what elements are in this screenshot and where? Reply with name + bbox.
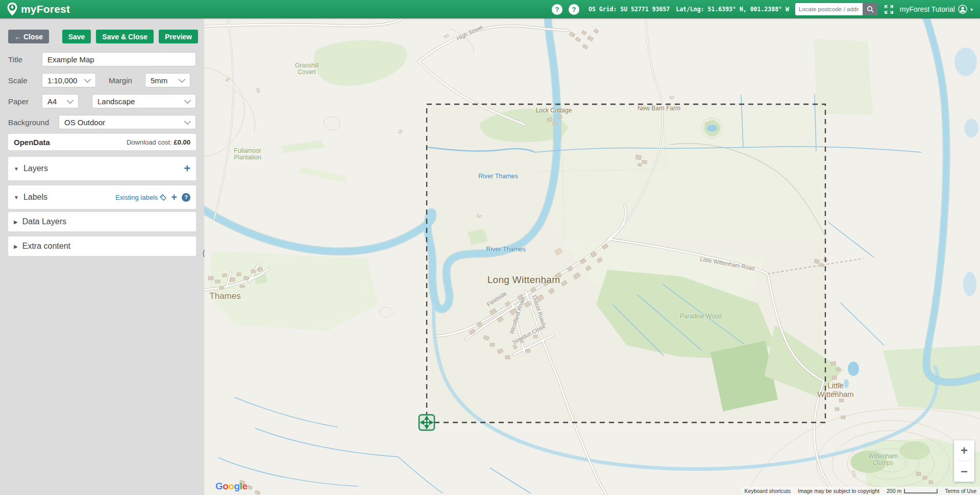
background-label: Background — [8, 118, 51, 127]
chevron-down-icon — [84, 76, 91, 83]
user-menu-label: myForest Tutorial — [900, 5, 955, 13]
extra-content-section-header[interactable]: ▶ Extra content — [8, 237, 196, 256]
add-layer-button[interactable]: + — [184, 163, 190, 174]
scale-label: Scale — [8, 76, 42, 85]
map-editor-sidebar: ← Close Save Save & Close Preview Title … — [0, 18, 204, 495]
save-button[interactable]: Save — [62, 30, 91, 43]
opendata-label: OpenData — [14, 138, 50, 147]
sidebar-collapse-button[interactable]: ⟨ — [202, 248, 205, 258]
opendata-cost-row: OpenData Download cost: £0.00 — [8, 134, 196, 150]
help-icon[interactable]: ? — [552, 4, 562, 15]
map-pin-tree-icon — [7, 3, 17, 16]
search-button[interactable] — [863, 3, 878, 15]
layers-section-header[interactable]: ▼ Layers + — [8, 157, 196, 180]
save-and-close-button[interactable]: Save & Close — [96, 30, 154, 43]
download-cost: Download cost: £0.00 — [127, 138, 190, 146]
search-icon — [867, 6, 874, 13]
margin-select[interactable]: 5mm — [145, 73, 190, 87]
paper-label: Paper — [8, 97, 42, 106]
labels-section-header[interactable]: ▼ Labels Existing labels + ? — [8, 185, 196, 209]
user-menu[interactable]: myForest Tutorial ▾ — [900, 5, 973, 14]
data-layers-section-header[interactable]: ▶ Data Layers — [8, 212, 196, 231]
zoom-out-button[interactable]: − — [954, 461, 974, 482]
scale-select[interactable]: 1:10,000 — [42, 73, 96, 87]
chevron-down-icon — [67, 97, 74, 104]
title-input[interactable] — [42, 55, 195, 64]
copyright-notice: Image may be subject to copyright — [794, 487, 883, 495]
chevron-down-icon — [184, 97, 191, 104]
add-label-button[interactable]: + — [171, 192, 177, 202]
chevron-down-icon: ▾ — [970, 7, 973, 12]
triangle-down-icon: ▼ — [14, 166, 19, 172]
chevron-down-icon — [184, 118, 191, 125]
latlng-readout: Lat/Lng: 51.6393° N, 001.2388° W — [676, 6, 789, 13]
help-icon-2[interactable]: ? — [569, 4, 579, 15]
orientation-select[interactable]: Landscape — [92, 94, 196, 108]
app-window: myForest ? ? OS Grid: SU 52771 93657 Lat… — [0, 0, 980, 495]
triangle-right-icon: ▶ — [14, 219, 18, 225]
map-attribution: Keyboard shortcuts Image may be subject … — [741, 486, 980, 495]
triangle-down-icon: ▼ — [14, 195, 19, 200]
keyboard-shortcuts-link[interactable]: Keyboard shortcuts — [741, 487, 794, 495]
brand-logo[interactable]: myForest — [0, 3, 70, 16]
google-logo: Google — [215, 481, 247, 492]
map-canvas[interactable]: Grasshill Covert Fullamoor Plantation Hi… — [204, 18, 980, 495]
chevron-down-icon — [179, 76, 185, 83]
labels-help-icon[interactable]: ? — [182, 193, 190, 202]
scale-bar — [904, 489, 938, 493]
terms-of-use-link[interactable]: Terms of Use — [941, 487, 980, 495]
top-navigation-bar: myForest ? ? OS Grid: SU 52771 93657 Lat… — [0, 0, 980, 18]
existing-labels-link[interactable]: Existing labels — [115, 194, 166, 201]
os-grid-readout: OS Grid: SU 52771 93657 — [589, 6, 670, 13]
brand-name: myForest — [21, 3, 70, 15]
locate-search — [795, 3, 878, 15]
map-zoom-control: + − — [954, 440, 974, 482]
paper-size-select[interactable]: A4 — [42, 94, 79, 108]
fullscreen-icon[interactable] — [884, 5, 894, 14]
account-icon — [958, 5, 967, 14]
close-button[interactable]: ← Close — [8, 30, 49, 43]
tag-icon — [160, 194, 166, 201]
print-area-move-handle[interactable] — [419, 415, 434, 430]
map-artwork — [204, 18, 980, 495]
zoom-in-button[interactable]: + — [954, 440, 974, 461]
title-label: Title — [8, 55, 42, 64]
map-scale: 200 m — [883, 487, 941, 495]
background-select[interactable]: OS Outdoor — [59, 115, 196, 129]
preview-button[interactable]: Preview — [159, 30, 198, 43]
search-input[interactable] — [795, 3, 863, 15]
triangle-right-icon: ▶ — [14, 244, 18, 249]
title-field-wrap — [42, 52, 196, 66]
margin-label: Margin — [109, 76, 134, 85]
